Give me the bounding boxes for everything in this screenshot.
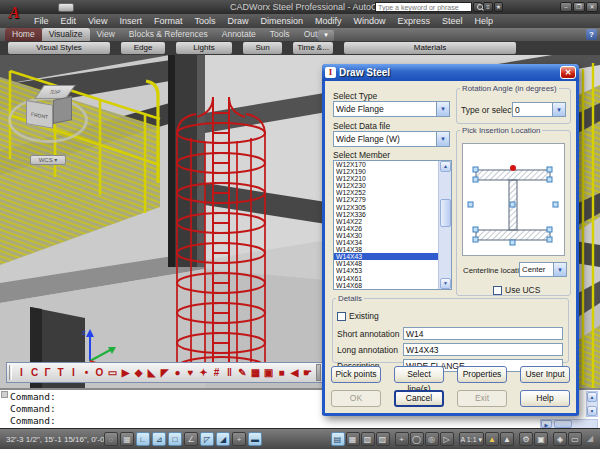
menu-item[interactable]: Express xyxy=(392,14,437,28)
menu-item[interactable]: Window xyxy=(348,14,392,28)
stair-icon[interactable]: ‖ xyxy=(223,363,236,382)
member-list-item[interactable]: W12X190 xyxy=(334,168,438,175)
scroll-right-icon[interactable] xyxy=(541,420,552,428)
scroll-down-icon[interactable] xyxy=(587,406,597,416)
dyn-toggle[interactable]: ◢ xyxy=(216,432,230,446)
draw-tee-icon[interactable]: T xyxy=(54,363,67,382)
menu-item[interactable]: Tools xyxy=(188,14,221,28)
workspace-switching-button[interactable]: ⚙ xyxy=(519,432,533,446)
toolbar-end-handle[interactable] xyxy=(316,364,321,381)
edit-steel-icon[interactable]: ✎ xyxy=(236,363,249,382)
existing-checkbox[interactable]: Existing xyxy=(337,311,379,321)
exit-button[interactable]: Exit xyxy=(457,390,507,407)
insertion-point-picker[interactable] xyxy=(462,143,565,256)
ribbon-panel[interactable]: Edge Effects xyxy=(121,42,165,54)
ok-button[interactable]: OK xyxy=(331,390,381,407)
connection-icon[interactable]: ✦ xyxy=(197,363,210,382)
member-list-item[interactable]: W14X30 xyxy=(334,232,438,239)
zoom-button[interactable]: ◯ xyxy=(410,432,424,446)
steering-wheel-button[interactable]: ◎ xyxy=(425,432,439,446)
member-list-item[interactable]: W14X43 xyxy=(334,253,438,260)
member-list-item[interactable]: W14X22 xyxy=(334,218,438,225)
annotation-autoscale-button[interactable]: ▲ xyxy=(500,432,514,446)
handrail-icon[interactable]: ▣ xyxy=(262,363,275,382)
dropdown-arrow-icon[interactable] xyxy=(436,132,449,146)
viewcube-front-face[interactable]: FRONT xyxy=(26,100,53,129)
user-input-button[interactable]: User Input xyxy=(520,366,570,383)
draw-tube-icon[interactable]: ▭ xyxy=(106,363,119,382)
menu-item[interactable]: Insert xyxy=(113,14,148,28)
plate-icon[interactable]: ◆ xyxy=(132,363,145,382)
menu-item[interactable]: Format xyxy=(148,14,189,28)
bolt-icon[interactable]: ● xyxy=(171,363,184,382)
ribbon-tab[interactable]: Blocks & References xyxy=(122,28,215,41)
viewcube-right-face[interactable] xyxy=(53,96,72,124)
annotation-scale-button[interactable]: A 1:1 ▾ xyxy=(459,432,484,446)
checkbox-icon[interactable] xyxy=(337,312,346,321)
draw-rod-icon[interactable]: • xyxy=(80,363,93,382)
draw-angle-icon[interactable]: Γ xyxy=(41,363,54,382)
menu-item[interactable]: Steel xyxy=(436,14,469,28)
scroll-thumb[interactable] xyxy=(554,420,572,428)
menu-item[interactable]: Help xyxy=(469,14,500,28)
select-type-combo[interactable]: Wide Flange xyxy=(333,101,450,117)
quick-access-icon[interactable] xyxy=(58,3,74,12)
ribbon-tab[interactable]: Tools xyxy=(263,28,297,41)
draw-ibeam-icon[interactable]: I xyxy=(15,363,28,382)
menu-item[interactable]: View xyxy=(82,14,113,28)
layout-button[interactable]: ▦ xyxy=(346,432,360,446)
autocad-logo-icon[interactable]: A xyxy=(2,1,26,26)
draw-cone-icon[interactable]: ▶ xyxy=(119,363,132,382)
copy-steel-icon[interactable]: ◀ xyxy=(288,363,301,382)
draw-pipe-icon[interactable]: O xyxy=(93,363,106,382)
close-button[interactable] xyxy=(586,2,598,12)
annotation-visibility-button[interactable]: ▲ xyxy=(485,432,499,446)
weld-icon[interactable]: ♥ xyxy=(184,363,197,382)
member-list-item[interactable]: W14X61 xyxy=(334,275,438,282)
list-scrollbar[interactable] xyxy=(438,161,451,289)
grid-icon[interactable]: # xyxy=(210,363,223,382)
wcs-menu[interactable]: WCS ▾ xyxy=(30,155,66,165)
properties-button[interactable]: Properties xyxy=(457,366,507,383)
dialog-close-icon[interactable]: ✕ xyxy=(560,66,576,79)
menu-item[interactable]: Modify xyxy=(309,14,348,28)
scroll-thumb[interactable] xyxy=(440,199,451,227)
select-lines-button[interactable]: Select line(s) xyxy=(394,366,444,383)
ribbon-tab[interactable]: Home xyxy=(5,28,42,41)
field-value-input[interactable]: W14 xyxy=(403,327,563,340)
command-vscrollbar[interactable] xyxy=(586,391,598,417)
ortho-toggle[interactable]: ∟ xyxy=(136,432,150,446)
select-data-file-combo[interactable]: Wide Flange (W) xyxy=(333,131,450,147)
member-list-item[interactable]: W12X305 xyxy=(334,204,438,211)
search-input[interactable] xyxy=(375,2,472,12)
scroll-up-icon[interactable] xyxy=(440,161,451,172)
select-steel-icon[interactable]: ☛ xyxy=(301,363,314,382)
draw-bar-icon[interactable]: I xyxy=(67,363,80,382)
dropdown-arrow-icon[interactable] xyxy=(553,263,566,276)
member-list-item[interactable]: W12X336 xyxy=(334,211,438,218)
member-list-item[interactable]: W12X279 xyxy=(334,196,438,203)
status-tray-icon[interactable]: ◈ xyxy=(553,432,567,446)
quick-view-drawings-button[interactable]: ▨ xyxy=(376,432,390,446)
show-motion-button[interactable]: ▷ xyxy=(440,432,454,446)
ribbon-panel[interactable]: Materials xyxy=(344,42,516,54)
lwt-toggle[interactable]: + xyxy=(232,432,246,446)
ribbon-tab[interactable]: Visualize xyxy=(42,28,90,41)
grid-toggle[interactable]: ▦ xyxy=(120,432,134,446)
member-list-item[interactable]: W14X74 xyxy=(334,289,438,290)
command-splitter[interactable] xyxy=(1,391,8,398)
dropdown-arrow-icon[interactable] xyxy=(552,103,565,116)
status-button-icon[interactable] xyxy=(549,432,552,446)
status-button-icon[interactable] xyxy=(515,432,518,446)
member-list-item[interactable]: W12X252 xyxy=(334,189,438,196)
ribbon-panel[interactable]: Lights xyxy=(176,42,232,54)
pick-points-button[interactable]: Pick points xyxy=(331,366,381,383)
dialog-title-bar[interactable]: I Draw Steel ✕ xyxy=(322,64,579,81)
member-listbox[interactable]: W12X170W12X190W12X210W12X230W12X252W12X2… xyxy=(333,160,452,290)
pan-button[interactable]: + xyxy=(395,432,409,446)
field-value-input[interactable]: W14X43 xyxy=(403,343,563,356)
member-list-item[interactable]: W14X68 xyxy=(334,282,438,289)
osnap-toggle[interactable]: □ xyxy=(168,432,182,446)
ribbon-panel[interactable]: Visual Styles xyxy=(8,42,110,54)
ducs-toggle[interactable]: ◸ xyxy=(200,432,214,446)
